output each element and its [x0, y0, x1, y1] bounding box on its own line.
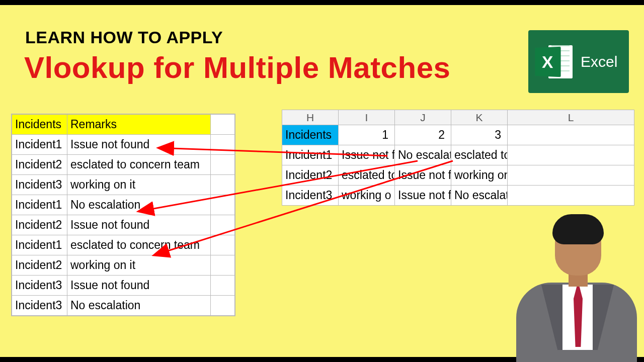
source-table: Incidents Remarks Incident1Issue not fou… — [11, 114, 235, 316]
excel-icon: X — [534, 42, 574, 81]
table-row: Incident2Issue not found — [12, 215, 235, 235]
table-row: Incidents Remarks — [12, 115, 235, 135]
header-cell: 1 — [339, 125, 395, 145]
col-header: Remarks — [67, 115, 211, 135]
cell: Incident1 — [282, 145, 339, 165]
header-cell: 2 — [395, 125, 451, 145]
cell: working on it — [451, 165, 508, 186]
column-letter: I — [339, 110, 395, 125]
cell: esclated to concern team — [67, 155, 211, 175]
table-row: Incident1Issue not found — [12, 135, 235, 155]
excel-label: Excel — [581, 53, 617, 70]
cell: Incident3 — [12, 296, 67, 316]
cell: esclated to concern team — [67, 235, 211, 255]
cell: Incident3 — [12, 276, 67, 296]
presenter-photo — [512, 210, 638, 356]
cell: Incident1 — [12, 195, 67, 215]
cell: Issue not found — [67, 215, 211, 235]
table-row: Incident1No escalation — [12, 195, 235, 215]
col-header: Incidents — [12, 115, 67, 135]
cell: Issue not found — [67, 135, 211, 155]
cell: esclated to concern team — [451, 145, 508, 165]
cell: working on it — [67, 175, 211, 195]
cell: working on it — [67, 255, 211, 276]
cell: Incident2 — [12, 215, 67, 235]
column-letter: H — [282, 110, 339, 125]
empty-cell — [211, 115, 235, 135]
header-cell — [508, 125, 634, 145]
column-letter: J — [395, 110, 451, 125]
column-letter: L — [508, 110, 634, 125]
cell: Incident3 — [12, 175, 67, 195]
cell: No escalation — [67, 195, 211, 215]
table-row: Incident3working on it — [12, 175, 235, 195]
table-row: Incident1esclated to concern team — [12, 235, 235, 255]
pretitle-text: LEARN HOW TO APPLY — [25, 28, 223, 47]
excel-x-glyph: X — [535, 46, 560, 76]
table-row: Incident3Issue not found — [12, 276, 235, 296]
table-row: Incident2esclated to concern team — [12, 155, 235, 175]
table-row: Incident3 working o Issue not f No escal… — [282, 186, 634, 206]
cell — [508, 165, 634, 186]
excel-badge: X Excel — [528, 30, 629, 93]
table-row: Incident2working on it — [12, 255, 235, 276]
cell: esclated to — [339, 165, 395, 186]
cell — [508, 186, 634, 206]
cell: Issue not f — [395, 165, 451, 186]
cell: No escalat — [395, 145, 451, 165]
table-row: Incident3No escalation — [12, 296, 235, 316]
cell: Incident3 — [282, 186, 339, 206]
cell: Incident1 — [12, 135, 67, 155]
table-row: Incidents 1 2 3 — [282, 125, 634, 145]
cell: Issue not found — [67, 276, 211, 296]
table-row: Incident1 Issue not f No escalat esclate… — [282, 145, 634, 165]
cell — [508, 145, 634, 165]
header-cell: Incidents — [282, 125, 339, 145]
table-row: Incident2 esclated to Issue not f workin… — [282, 165, 634, 186]
column-letter: K — [451, 110, 508, 125]
cell: Issue not f — [395, 186, 451, 206]
cell: Incident2 — [12, 255, 67, 276]
cell: working o — [339, 186, 395, 206]
cell: Incident1 — [12, 235, 67, 255]
cell: Incident2 — [12, 155, 67, 175]
thumbnail-canvas: LEARN HOW TO APPLY Vlookup for Multiple … — [0, 5, 644, 357]
cell: No escalation — [67, 296, 211, 316]
result-table: H I J K L Incidents 1 2 3 Incident1 Issu… — [282, 110, 634, 206]
cell: Issue not f — [339, 145, 395, 165]
column-letters-row: H I J K L — [282, 110, 634, 125]
cell: No escalation — [451, 186, 508, 206]
cell: Incident2 — [282, 165, 339, 186]
title-text: Vlookup for Multiple Matches — [24, 50, 450, 85]
header-cell: 3 — [451, 125, 508, 145]
